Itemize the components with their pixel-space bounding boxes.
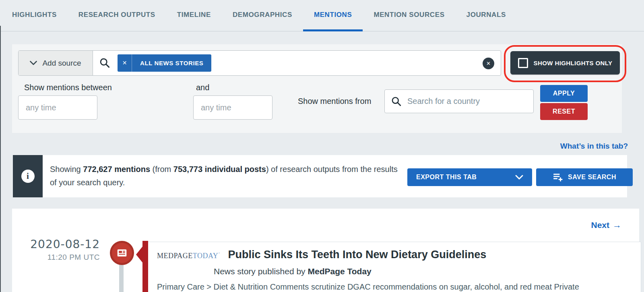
search-icon bbox=[99, 58, 110, 68]
subtitle-source: MedPage Today bbox=[308, 267, 371, 276]
filter-tag-label: ALL NEWS STORIES bbox=[132, 60, 211, 66]
from-label: Show mentions from bbox=[298, 97, 371, 106]
next-page-link[interactable]: Next → bbox=[591, 220, 621, 230]
tab-journals[interactable]: JOURNALS bbox=[456, 0, 517, 31]
remove-tag-icon[interactable]: ✕ bbox=[118, 54, 132, 72]
mention-timestamp: 2020-08-12 11:20 PM UTC bbox=[12, 238, 100, 262]
save-search-label: SAVE SEARCH bbox=[568, 174, 616, 181]
chevron-down-icon bbox=[30, 61, 37, 65]
summary-mid: (from bbox=[150, 165, 173, 174]
arrow-right-icon: → bbox=[613, 220, 621, 230]
save-search-button[interactable]: SAVE SEARCH bbox=[536, 168, 633, 186]
tab-highlights[interactable]: HIGHLIGHTS bbox=[1, 0, 68, 31]
logo-part-2: TODAY bbox=[193, 252, 219, 260]
and-label: and bbox=[196, 83, 209, 92]
tab-timeline[interactable]: TIMELINE bbox=[166, 0, 222, 31]
highlights-checkbox[interactable] bbox=[518, 58, 528, 68]
posts-count: 753,773 individual posts bbox=[173, 165, 266, 174]
mention-title-link[interactable]: Public Sinks Its Teeth Into New Dietary … bbox=[228, 249, 487, 261]
filter-tag-all-news-stories[interactable]: ✕ ALL NEWS STORIES bbox=[118, 54, 211, 72]
country-search-box bbox=[384, 89, 534, 113]
save-search-icon bbox=[553, 172, 563, 182]
mention-time: 11:20 PM UTC bbox=[12, 253, 100, 262]
mention-date: 2020-08-12 bbox=[12, 238, 100, 251]
reset-button[interactable]: RESET bbox=[540, 103, 588, 120]
logo-trademark: ’ bbox=[218, 251, 220, 256]
show-highlights-label: SHOW HIGHLIGHTS ONLY bbox=[534, 60, 613, 66]
mentions-count: 772,627 mentions bbox=[83, 165, 150, 174]
between-label: Show mentions between bbox=[24, 83, 112, 92]
export-this-tab-button[interactable]: EXPORT THIS TAB bbox=[407, 168, 532, 186]
chevron-down-icon bbox=[515, 175, 523, 180]
add-source-dropdown[interactable]: Add source bbox=[19, 51, 93, 75]
tab-research-outputs[interactable]: RESEARCH OUTPUTS bbox=[68, 0, 166, 31]
search-icon bbox=[391, 96, 402, 107]
summary-bar: i Showing 772,627 mentions (from 753,773… bbox=[13, 155, 627, 197]
mention-excerpt: Primary Care > Diet & Nutrition Comments… bbox=[157, 282, 630, 292]
logo-part-1: MEDPAGE bbox=[157, 252, 193, 260]
mention-card-header: MEDPAGETODAY’ Public Sinks Its Teeth Int… bbox=[157, 249, 630, 261]
export-label: EXPORT THIS TAB bbox=[416, 174, 477, 181]
country-search-input[interactable] bbox=[407, 97, 533, 106]
add-source-label: Add source bbox=[42, 59, 81, 68]
summary-prefix: Showing bbox=[50, 165, 83, 174]
subtitle-prefix: News story published by bbox=[214, 267, 308, 276]
info-icon: i bbox=[21, 170, 35, 183]
tab-mentions[interactable]: MENTIONS bbox=[303, 0, 363, 31]
summary-text: Showing 772,627 mentions (from 753,773 i… bbox=[50, 163, 398, 189]
whats-in-this-tab-link[interactable]: What’s in this tab? bbox=[560, 142, 628, 151]
filter-panel: Add source ✕ ALL NEWS STORIES ✕ SHOW HIG… bbox=[12, 44, 622, 133]
mention-accent-bar bbox=[142, 241, 148, 292]
tab-demographics[interactable]: DEMOGRAPHICS bbox=[222, 0, 303, 31]
news-mention-icon bbox=[110, 241, 134, 265]
date-to-input[interactable] bbox=[193, 95, 272, 120]
mention-subtitle: News story published by MedPage Today bbox=[214, 267, 630, 276]
mention-card[interactable]: MEDPAGETODAY’ Public Sinks Its Teeth Int… bbox=[145, 242, 641, 292]
medpage-today-logo: MEDPAGETODAY’ bbox=[157, 251, 220, 260]
apply-button[interactable]: APPLY bbox=[540, 85, 588, 102]
info-icon-block: i bbox=[13, 155, 43, 197]
mentions-list-panel: Next → 2020-08-12 11:20 PM UTC MEDPAGETO… bbox=[12, 209, 639, 292]
mention-pointer bbox=[136, 246, 143, 263]
clear-search-button[interactable]: ✕ bbox=[483, 58, 494, 69]
tab-mention-sources[interactable]: MENTION SOURCES bbox=[363, 0, 455, 31]
next-label: Next bbox=[591, 220, 609, 230]
newspaper-icon bbox=[116, 247, 128, 259]
top-nav: HIGHLIGHTS RESEARCH OUTPUTS TIMELINE DEM… bbox=[0, 0, 644, 31]
source-search-bar: Add source ✕ ALL NEWS STORIES ✕ bbox=[18, 50, 501, 76]
window-edge bbox=[0, 26, 1, 292]
mentions-page: HIGHLIGHTS RESEARCH OUTPUTS TIMELINE DEM… bbox=[0, 0, 644, 292]
show-highlights-only-button[interactable]: SHOW HIGHLIGHTS ONLY bbox=[510, 51, 620, 75]
date-from-input[interactable] bbox=[18, 95, 97, 120]
